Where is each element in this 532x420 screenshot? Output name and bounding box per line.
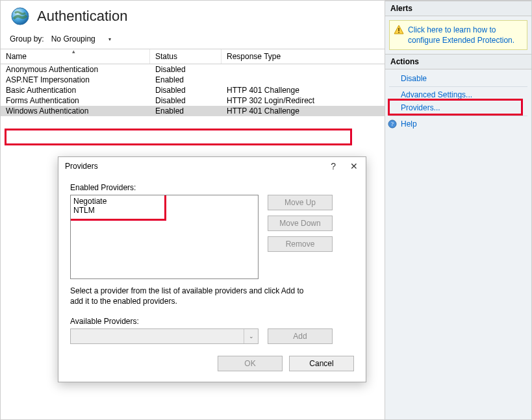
enabled-providers-listbox[interactable]: Negotiate NTLM [70,195,259,279]
globe-icon [10,6,31,27]
group-by-value: No Grouping [51,34,95,43]
move-down-button: Move Down [268,216,333,231]
main-pane: Authentication Group by: No Grouping ▾ N… [1,1,385,419]
actions-body: Disable Advanced Settings... Providers..… [385,69,531,133]
providers-hint: Select a provider from the list of avail… [70,286,317,306]
svg-rect-2 [398,32,399,33]
page-title: Authentication [37,8,127,25]
enabled-providers-label: Enabled Providers: [70,183,354,192]
col-response-type[interactable]: Response Type [222,49,385,64]
table-row-selected[interactable]: Windows Authentication Enabled HTTP 401 … [1,106,385,116]
dialog-title: Providers [65,162,98,171]
warning-icon [394,25,404,35]
side-panel: Alerts Click here to learn how to config… [385,1,531,419]
table-row[interactable]: Anonymous Authentication Disabled [1,64,385,75]
table-header: Name ▴ Status Response Type [1,49,385,64]
available-providers-label: Available Providers: [70,317,354,326]
col-status[interactable]: Status [150,49,222,64]
action-advanced-settings[interactable]: Advanced Settings... [385,88,531,101]
divider [389,116,527,116]
group-by-row: Group by: No Grouping ▾ [1,32,385,49]
table-row[interactable]: ASP.NET Impersonation Enabled [1,75,385,85]
col-name[interactable]: Name ▴ [1,49,150,64]
add-button: Add [268,328,333,344]
svg-rect-1 [398,28,399,31]
alert-link[interactable]: Click here to learn how to configure Ext… [408,25,514,45]
remove-button: Remove [268,236,333,252]
action-help[interactable]: ? Help [385,117,531,130]
help-icon: ? [388,119,397,129]
table-body: Anonymous Authentication Disabled ASP.NE… [1,64,385,116]
action-disable[interactable]: Disable [385,72,531,85]
list-item[interactable]: Negotiate [73,197,255,206]
providers-dialog: Providers ? ✕ Enabled Providers: Negotia… [58,156,366,382]
chevron-down-icon: ⌄ [244,329,258,343]
divider [389,86,527,87]
alerts-title: Alerts [385,1,531,16]
dialog-help-icon[interactable]: ? [328,161,338,171]
chevron-down-icon: ▾ [108,36,111,42]
highlight-selected-row [5,129,352,145]
table-row[interactable]: Forms Authentication Disabled HTTP 302 L… [1,95,385,106]
page-header: Authentication [1,1,385,32]
move-up-button: Move Up [268,195,333,210]
ok-button: OK [218,356,283,371]
list-item[interactable]: NTLM [73,206,255,215]
sort-asc-icon: ▴ [72,48,75,55]
dialog-titlebar: Providers ? ✕ [58,157,366,175]
available-providers-select: ⌄ [70,328,259,344]
alert-box: Click here to learn how to configure Ext… [389,20,527,50]
actions-title: Actions [385,54,531,69]
group-by-combo[interactable]: No Grouping ▾ [48,33,120,45]
group-by-label: Group by: [10,34,44,43]
svg-text:?: ? [391,121,394,127]
table-row[interactable]: Basic Authentication Disabled HTTP 401 C… [1,85,385,95]
cancel-button[interactable]: Cancel [289,356,354,371]
action-providers[interactable]: Providers... [385,101,531,114]
close-icon[interactable]: ✕ [348,161,361,171]
